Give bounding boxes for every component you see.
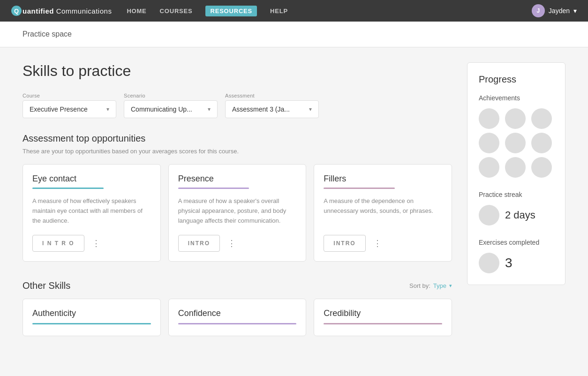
more-options-button[interactable]: ⋮ <box>224 236 240 250</box>
other-skill-cards: Authenticity Confidence Credibility <box>23 299 452 336</box>
skill-actions: I N T R O ⋮ <box>32 235 151 252</box>
skill-card-fillers: Fillers A measure of the dependence on u… <box>314 164 452 262</box>
skill-title: Fillers <box>324 174 442 184</box>
nav-courses[interactable]: COURSES <box>160 6 193 16</box>
exercises-title: Exercises completed <box>479 239 554 246</box>
other-skill-title: Authenticity <box>32 308 151 318</box>
badge-8 <box>505 157 526 178</box>
other-skill-card-credibility: Credibility <box>314 299 452 336</box>
skill-desc: A measure of the dependence on unnecessa… <box>324 196 442 226</box>
chevron-down-icon: ▾ <box>309 106 312 113</box>
sort-by-label: Sort by: <box>409 282 430 289</box>
skill-desc: A measure of how effectively speakers ma… <box>32 196 151 226</box>
streak-icon <box>479 205 499 226</box>
course-label: Course <box>23 93 116 98</box>
nav-home[interactable]: HOME <box>127 6 146 16</box>
scenario-dropdown[interactable]: Communicating Up... ▾ <box>124 100 218 118</box>
other-skills-header: Other Skills Sort by: Type ▾ <box>23 280 452 291</box>
other-skill-bar <box>178 323 297 324</box>
filter-assessment: Assessment Assessment 3 (Ja... ▾ <box>225 93 319 118</box>
skill-card-eye-contact: Eye contact A measure of how effectively… <box>23 164 161 262</box>
achievements-title: Achievements <box>479 94 554 102</box>
other-skill-card-confidence: Confidence <box>168 299 307 336</box>
chevron-down-icon: ▾ <box>208 106 211 113</box>
practice-streak-title: Practice streak <box>479 191 554 198</box>
badge-grid <box>479 108 554 178</box>
other-skill-bar <box>324 323 442 324</box>
other-skills-title: Other Skills <box>23 280 70 291</box>
intro-button[interactable]: INTRO <box>324 235 365 252</box>
skill-title: Presence <box>178 174 297 184</box>
skill-bar <box>178 188 249 189</box>
other-skill-title: Credibility <box>324 308 442 318</box>
assessment-dropdown[interactable]: Assessment 3 (Ja... ▾ <box>225 100 319 118</box>
nav-links: HOME COURSES RESOURCES HELP <box>127 6 531 16</box>
skill-actions: INTRO ⋮ <box>178 235 297 252</box>
more-options-button[interactable]: ⋮ <box>369 236 385 250</box>
badge-9 <box>531 157 552 178</box>
top-opportunity-cards: Eye contact A measure of how effectively… <box>23 164 452 262</box>
skill-card-presence: Presence A measure of how a speaker's ov… <box>168 164 307 262</box>
sort-by-value[interactable]: Type <box>433 282 446 289</box>
sort-by: Sort by: Type ▾ <box>409 282 452 289</box>
left-panel: Skills to practice Course Executive Pres… <box>23 62 452 336</box>
brand-name: uantified Communications <box>23 7 112 15</box>
avatar: J <box>532 4 545 17</box>
progress-title: Progress <box>479 74 554 85</box>
course-value: Executive Presence <box>30 105 91 113</box>
skill-bar <box>32 188 104 189</box>
badge-5 <box>505 133 526 153</box>
badge-6 <box>531 133 552 153</box>
exercises-value: 3 <box>505 256 513 271</box>
streak-value: 2 days <box>505 209 535 221</box>
skill-actions: INTRO ⋮ <box>324 235 442 252</box>
main-content: Skills to practice Course Executive Pres… <box>0 47 588 351</box>
filter-course: Course Executive Presence ▾ <box>23 93 116 118</box>
chevron-down-icon: ▾ <box>106 106 109 113</box>
breadcrumb: Practice space <box>23 30 72 38</box>
filter-row: Course Executive Presence ▾ Scenario Com… <box>23 93 452 118</box>
assessment-label: Assessment <box>225 93 319 98</box>
course-dropdown[interactable]: Executive Presence ▾ <box>23 100 116 118</box>
badge-7 <box>479 157 499 178</box>
skill-bar <box>324 188 395 189</box>
badge-2 <box>505 108 526 129</box>
page-title: Skills to practice <box>23 62 452 80</box>
other-skill-bar <box>32 323 151 324</box>
exercises-row: 3 <box>479 253 554 273</box>
scenario-value: Communicating Up... <box>131 105 193 113</box>
exercises-icon <box>479 253 499 273</box>
opportunities-subtitle: These are your top opportunities based o… <box>23 148 452 155</box>
other-skill-card-authenticity: Authenticity <box>23 299 161 336</box>
filter-scenario: Scenario Communicating Up... ▾ <box>124 93 218 118</box>
assessment-value: Assessment 3 (Ja... <box>232 105 294 113</box>
intro-button[interactable]: INTRO <box>178 235 220 252</box>
breadcrumb-bar: Practice space <box>0 22 588 47</box>
badge-4 <box>479 133 499 153</box>
other-skill-title: Confidence <box>178 308 297 318</box>
brand-q-icon: Q <box>11 6 22 16</box>
brand[interactable]: Q uantified Communications <box>11 6 112 16</box>
badge-1 <box>479 108 499 129</box>
intro-button[interactable]: I N T R O <box>32 235 84 252</box>
nav-resources[interactable]: RESOURCES <box>205 6 257 16</box>
scenario-label: Scenario <box>124 93 218 98</box>
chevron-down-icon[interactable]: ▾ <box>449 283 452 289</box>
badge-3 <box>531 108 552 129</box>
progress-panel: Progress Achievements Practice streak 2 … <box>467 62 565 285</box>
skill-title: Eye contact <box>32 174 151 184</box>
streak-row: 2 days <box>479 205 554 226</box>
user-menu[interactable]: J Jayden ▾ <box>532 4 577 17</box>
skill-desc: A measure of how a speaker's overall phy… <box>178 196 297 226</box>
username: Jayden <box>549 7 570 15</box>
opportunities-title: Assessment top opportunities <box>23 133 452 144</box>
chevron-down-icon: ▾ <box>573 7 577 15</box>
navbar: Q uantified Communications HOME COURSES … <box>0 0 588 22</box>
nav-help[interactable]: HELP <box>270 6 288 16</box>
more-options-button[interactable]: ⋮ <box>88 236 104 250</box>
